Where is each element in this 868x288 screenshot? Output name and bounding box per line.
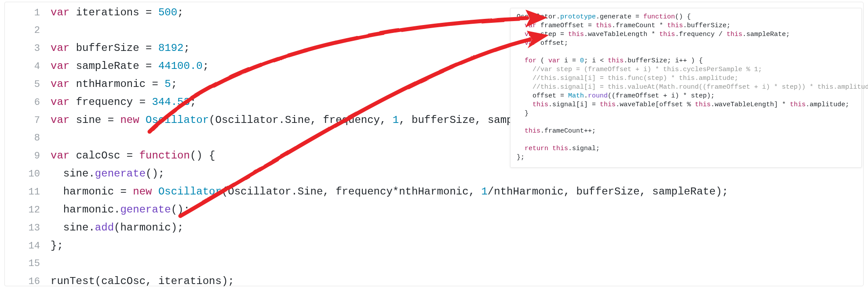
snippet-line: var frameOffset = this.frameCount * this…	[517, 22, 855, 30]
snippet-line: };	[517, 153, 855, 162]
snippet-line: //this.signal[i] = this.func(step) * thi…	[517, 74, 855, 83]
snippet-line: }	[517, 109, 855, 118]
code-content[interactable]: };	[51, 237, 863, 255]
code-content[interactable]: sine.add(harmonic);	[51, 219, 863, 237]
line-number: 1	[5, 4, 51, 22]
code-line[interactable]: 12 harmonic.generate();	[5, 201, 863, 219]
snippet-line: var step = this.waveTableLength * this.f…	[517, 30, 855, 39]
line-number: 6	[5, 94, 51, 112]
line-number: 5	[5, 76, 51, 94]
line-number: 3	[5, 40, 51, 58]
line-number: 13	[5, 220, 51, 237]
snippet-line: //var step = (frameOffset + i) * this.cy…	[517, 65, 855, 74]
line-number: 12	[5, 202, 51, 219]
snippet-line: //this.signal[i] = this.valueAt(Math.rou…	[517, 83, 855, 92]
line-number: 16	[5, 273, 51, 288]
code-line[interactable]: 10 sine.generate();	[5, 165, 863, 183]
code-line[interactable]: 15	[5, 255, 863, 273]
line-number: 11	[5, 184, 51, 201]
snippet-line	[517, 48, 855, 57]
code-snippet-panel: Oscillator.prototype.generate = function…	[510, 8, 862, 168]
line-number: 14	[5, 238, 51, 255]
code-line[interactable]: 14};	[5, 237, 863, 255]
line-number: 7	[5, 112, 51, 130]
snippet-line	[517, 118, 855, 127]
snippet-line: return this.signal;	[517, 144, 855, 153]
line-number: 4	[5, 58, 51, 76]
code-content[interactable]: harmonic = new Oscillator(Oscillator.Sin…	[51, 183, 863, 201]
code-line[interactable]: 11 harmonic = new Oscillator(Oscillator.…	[5, 183, 863, 201]
line-number: 8	[5, 130, 51, 147]
code-content[interactable]: sine.generate();	[51, 165, 863, 183]
snippet-line: this.frameCount++;	[517, 127, 855, 136]
snippet-line: for ( var i = 0; i < this.bufferSize; i+…	[517, 57, 855, 65]
code-content[interactable]: runTest(calcOsc, iterations);	[51, 273, 863, 288]
line-number: 9	[5, 148, 51, 165]
line-number: 10	[5, 166, 51, 183]
snippet-line: offset = Math.round((frameOffset + i) * …	[517, 92, 855, 101]
line-number: 15	[5, 255, 51, 273]
snippet-line	[517, 136, 855, 144]
snippet-line: var offset;	[517, 39, 855, 48]
line-number: 2	[5, 22, 51, 40]
snippet-line: Oscillator.prototype.generate = function…	[517, 13, 855, 22]
code-line[interactable]: 16runTest(calcOsc, iterations);	[5, 273, 863, 288]
snippet-line: this.signal[i] = this.waveTable[offset %…	[517, 101, 855, 109]
code-line[interactable]: 13 sine.add(harmonic);	[5, 219, 863, 237]
code-content[interactable]: harmonic.generate();	[51, 201, 863, 219]
